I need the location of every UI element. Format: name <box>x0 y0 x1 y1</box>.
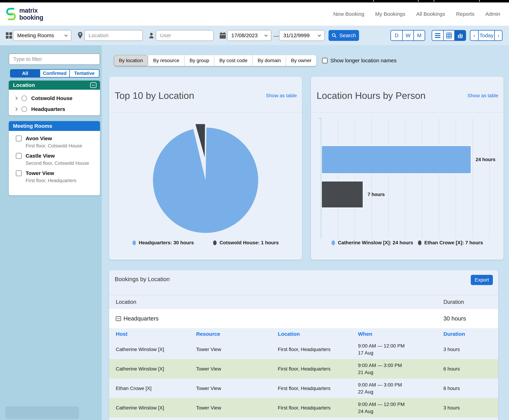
bar-chart-plot: 24 hours 7 hours <box>321 118 490 239</box>
nav-reports[interactable]: Reports <box>456 11 474 17</box>
expand-chevron-icon[interactable] <box>14 107 18 111</box>
status-all-tab[interactable]: All <box>11 70 40 77</box>
location-panel: Location Cotswold House Headquarters <box>9 81 100 115</box>
pie-chart <box>149 124 262 236</box>
top-strip-tick <box>434 0 434 2</box>
nav-all-bookings[interactable]: All Bookings <box>416 11 445 17</box>
category-grid-icon <box>6 32 12 39</box>
column-duration[interactable]: Duration <box>443 331 498 337</box>
tab-by-owner[interactable]: By owner <box>286 55 317 66</box>
checkbox[interactable] <box>322 58 328 63</box>
tree-item-headquarters[interactable]: Headquarters <box>9 104 100 115</box>
today-button[interactable]: Today <box>478 30 494 40</box>
tab-by-cost-code[interactable]: By cost code <box>214 55 252 66</box>
period-week-button[interactable]: W <box>402 30 413 40</box>
status-tentative-tab[interactable]: Tentative <box>69 70 99 77</box>
legend-item-headquarters: Headquarters: 30 hours <box>133 240 194 246</box>
pie-card-title: Top 10 by Location <box>115 90 194 101</box>
bar-card-title: Location Hours by Person <box>317 90 426 101</box>
column-host[interactable]: Host <box>116 331 196 337</box>
user-input[interactable] <box>156 30 214 41</box>
logo-mark-icon <box>5 7 17 21</box>
nav-my-bookings[interactable]: My Bookings <box>375 11 405 17</box>
column-location[interactable]: Location <box>278 331 358 337</box>
user-icon <box>148 32 155 39</box>
tab-by-location[interactable]: By location <box>114 55 148 66</box>
calendar-icon <box>219 32 226 39</box>
bar-value-label: 24 hours <box>476 157 495 162</box>
export-button[interactable]: Export <box>471 275 493 285</box>
period-day-button[interactable]: D <box>391 30 402 40</box>
period-toggle-group: D W M <box>391 30 425 41</box>
checkbox[interactable] <box>16 153 22 159</box>
category-select[interactable]: Meeting Rooms <box>13 30 71 41</box>
location-panel-header: Location <box>9 81 100 90</box>
tab-by-group[interactable]: By group <box>184 55 214 66</box>
location-hours-by-person-card: Location Hours by Person Show as table 2… <box>311 77 504 260</box>
column-when[interactable]: When <box>358 331 443 337</box>
search-icon <box>332 33 337 38</box>
table-grid-icon <box>446 32 452 38</box>
matrix-booking-logo: matrix booking <box>5 7 43 21</box>
radio-button[interactable] <box>21 106 27 112</box>
sidebar-scrollbar-thumb[interactable] <box>5 406 79 419</box>
column-resource[interactable]: Resource <box>196 331 278 337</box>
chart-view-button[interactable] <box>454 30 465 40</box>
status-filter-group: All Confirmed Tentative <box>10 69 99 78</box>
next-button[interactable]: › <box>494 30 502 40</box>
tab-by-domain[interactable]: By domain <box>252 55 286 66</box>
nav-new-booking[interactable]: New Booking <box>333 11 364 17</box>
top-nav: New Booking My Bookings All Bookings Rep… <box>333 11 509 17</box>
collapse-group-icon[interactable] <box>116 316 121 321</box>
search-button[interactable]: Search <box>329 30 359 41</box>
bar-show-as-table-link[interactable]: Show as table <box>467 93 498 98</box>
checkbox[interactable] <box>16 170 22 176</box>
location-input[interactable] <box>84 30 143 41</box>
bar-catherine-winslow <box>321 145 471 174</box>
legend-item-catherine-winslow: Catherine Winslow [X]: 24 hours <box>332 240 413 246</box>
table-subheader: Host Resource Location When Duration <box>109 328 498 340</box>
table-row: Ethan Crowe [X] Tower View First floor, … <box>109 379 498 398</box>
period-month-button[interactable]: M <box>413 30 425 40</box>
checkbox[interactable] <box>16 135 22 142</box>
bar-value-label: 7 hours <box>368 192 385 197</box>
collapse-panel-icon[interactable] <box>90 82 96 88</box>
room-sublabel: First floor, Cotswold House <box>26 143 100 149</box>
legend-item-cotswold-house: Cotswold House: 1 hours <box>213 240 279 246</box>
pie-legend: Headquarters: 30 hours Cotswold House: 1… <box>109 240 302 246</box>
location-pin-icon <box>77 32 83 39</box>
pie-show-as-table-link[interactable]: Show as table <box>266 93 297 98</box>
date-from-select[interactable]: 17/08/2023 <box>227 30 271 41</box>
tree-item-cotswold-house[interactable]: Cotswold House <box>9 93 100 104</box>
date-to-select[interactable]: 31/12/9999 <box>279 30 325 41</box>
status-confirmed-tab[interactable]: Confirmed <box>40 70 69 77</box>
show-longer-names-control: Show longer location names <box>322 58 397 64</box>
group-row-headquarters[interactable]: Headquarters 30 hours <box>109 309 498 328</box>
room-item-tower-view: Tower View First floor, Headquarters <box>16 170 100 183</box>
nav-admin[interactable]: Admin <box>485 11 500 17</box>
room-item-avon-view: Avon View First floor, Cotswold House <box>16 135 100 149</box>
room-item-castle-view: Castle View Second floor, Cotswold House <box>16 153 100 166</box>
top-strip-tick <box>373 0 374 2</box>
column-location: Location <box>116 299 443 305</box>
show-longer-names-label: Show longer location names <box>331 58 397 64</box>
room-sublabel: Second floor, Cotswold House <box>26 161 100 166</box>
prev-button[interactable]: ‹ <box>470 30 478 40</box>
column-duration: Duration <box>443 299 498 305</box>
expand-chevron-icon[interactable] <box>14 97 18 100</box>
list-icon <box>435 33 440 38</box>
filter-input[interactable] <box>9 53 100 65</box>
chevron-down-icon <box>64 33 67 37</box>
bar-legend: Catherine Winslow [X]: 24 hours Ethan Cr… <box>311 240 504 246</box>
main-content: By location By resource By group By cost… <box>102 45 509 420</box>
radio-button[interactable] <box>21 96 27 101</box>
divider <box>311 112 504 112</box>
divider <box>109 112 302 112</box>
legend-dot-icon <box>213 240 217 245</box>
list-view-button[interactable] <box>432 30 443 40</box>
table-outer-header: Location Duration <box>109 295 498 309</box>
tab-by-resource[interactable]: By resource <box>148 55 184 66</box>
report-tabs-row: By location By resource By group By cost… <box>114 55 397 66</box>
grid-view-button[interactable] <box>443 30 454 40</box>
meeting-rooms-panel-header: Meeting Rooms <box>9 121 100 131</box>
